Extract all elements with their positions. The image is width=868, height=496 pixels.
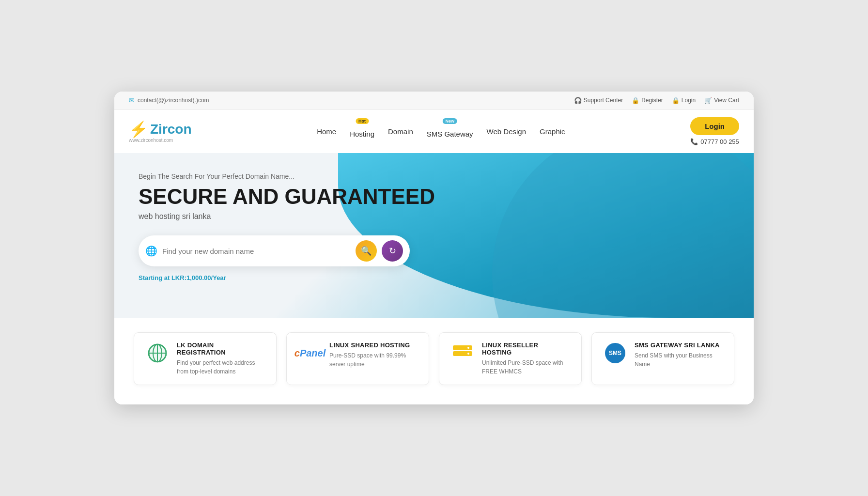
login-link[interactable]: 🔒 Login	[672, 97, 696, 104]
login-button[interactable]: Login	[690, 117, 739, 135]
server-stack-icon	[451, 341, 474, 365]
nav-home[interactable]: Home	[317, 127, 336, 136]
svg-point-7	[467, 347, 469, 349]
browser-window: ✉ contact(@)zirconhost(.)com 🎧 Support C…	[114, 92, 754, 404]
new-badge: New	[442, 118, 457, 124]
svg-point-8	[467, 353, 469, 355]
top-bar: ✉ contact(@)zirconhost(.)com 🎧 Support C…	[114, 92, 754, 109]
hero-content: Begin The Search For Your Perfect Domain…	[139, 172, 729, 296]
header: ⚡ Zircon www.zirconhost.com Home Hot Hos…	[114, 109, 754, 153]
nav-hosting[interactable]: Hot Hosting	[350, 125, 374, 138]
domain-globe-icon	[146, 341, 169, 365]
logo[interactable]: ⚡ Zircon www.zirconhost.com	[129, 120, 192, 143]
hero-subtitle: Begin The Search For Your Perfect Domain…	[139, 172, 729, 180]
feature-linux-reseller[interactable]: LINUX RESELLER HOSTING Unlimited Pure-SS…	[439, 332, 582, 385]
top-bar-links: 🎧 Support Center 🔒 Register 🔒 Login 🛒 Vi…	[574, 97, 739, 104]
feature-sms-text: SMS GATEWAY SRI LANKA Send SMS with your…	[635, 341, 722, 369]
nav-sms-gateway[interactable]: New SMS Gateway	[427, 125, 473, 138]
logo-name: ⚡ Zircon	[129, 120, 192, 139]
feature-sms-gateway[interactable]: SMS SMS GATEWAY SRI LANKA Send SMS with …	[591, 332, 734, 385]
nav-web-design[interactable]: Web Design	[487, 127, 526, 136]
hero-description: web hosting sri lanka	[139, 212, 729, 221]
refresh-button[interactable]: ↻	[382, 240, 403, 262]
sms-bubble-icon: SMS	[604, 341, 627, 365]
search-magnifier-icon: 🔍	[361, 246, 372, 256]
phone-icon: 📞	[690, 138, 698, 145]
domain-search-input[interactable]	[162, 247, 351, 255]
feature-linux-shared-text: LINUX SHARED HOSTING Pure-SSD space with…	[329, 341, 417, 369]
cpanel-icon: cPanel	[298, 341, 322, 365]
globe-icon: 🌐	[145, 245, 157, 257]
hero-section: Begin The Search For Your Perfect Domain…	[114, 153, 754, 318]
view-cart-link[interactable]: 🛒 View Cart	[704, 97, 739, 104]
logo-icon: ⚡	[129, 120, 148, 139]
feature-lk-domain-text: LK DOMAIN REGISTRATION Find your perfect…	[177, 341, 264, 376]
svg-point-4	[149, 344, 166, 362]
support-center-link[interactable]: 🎧 Support Center	[574, 97, 623, 104]
domain-search-bar: 🌐 🔍 ↻	[139, 235, 410, 266]
features-section: LK DOMAIN REGISTRATION Find your perfect…	[114, 318, 754, 404]
hot-badge: Hot	[356, 118, 369, 124]
search-button[interactable]: 🔍	[356, 240, 377, 262]
register-lock-icon: 🔒	[632, 97, 639, 104]
main-nav: Home Hot Hosting Domain New SMS Gateway …	[317, 125, 565, 138]
register-link[interactable]: 🔒 Register	[632, 97, 663, 104]
feature-linux-shared[interactable]: cPanel LINUX SHARED HOSTING Pure-SSD spa…	[286, 332, 429, 385]
phone-number: 📞 07777 00 255	[690, 138, 739, 145]
cart-icon: 🛒	[704, 97, 712, 104]
nav-graphic[interactable]: Graphic	[540, 127, 565, 136]
contact-email: ✉ contact(@)zirconhost(.)com	[129, 96, 209, 104]
feature-linux-reseller-text: LINUX RESELLER HOSTING Unlimited Pure-SS…	[482, 341, 570, 376]
nav-domain[interactable]: Domain	[388, 127, 413, 136]
mail-icon: ✉	[129, 96, 135, 104]
login-lock-icon: 🔒	[672, 97, 680, 104]
header-right: Login 📞 07777 00 255	[690, 117, 739, 145]
hero-title: SECURE AND GUARANTEED	[139, 185, 729, 208]
starting-at: Starting at LKR:1,000.00/Year	[139, 274, 729, 296]
support-icon: 🎧	[574, 97, 582, 104]
refresh-icon: ↻	[389, 246, 396, 256]
feature-lk-domain[interactable]: LK DOMAIN REGISTRATION Find your perfect…	[134, 332, 277, 385]
logo-url: www.zirconhost.com	[129, 138, 173, 143]
